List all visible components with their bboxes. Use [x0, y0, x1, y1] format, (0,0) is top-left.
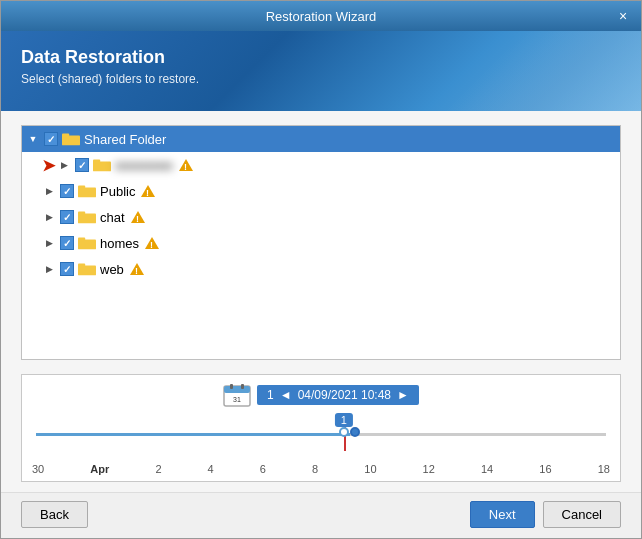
header-subtitle: Select (shared) folders to restore.: [21, 72, 621, 86]
timeline-thumb-right[interactable]: [350, 427, 360, 437]
svg-text:!: !: [184, 162, 187, 172]
checkbox-3[interactable]: [60, 236, 74, 250]
folder-icon-0: [93, 158, 111, 172]
label-2: 2: [155, 463, 161, 475]
warning-icon-1: !: [140, 184, 156, 198]
tree-label-2: chat: [100, 210, 125, 225]
svg-rect-24: [230, 384, 233, 389]
tree-row-2[interactable]: ▶ chat !: [22, 204, 620, 230]
svg-rect-7: [78, 186, 85, 190]
folder-icon-1: [78, 184, 96, 198]
label-30: 30: [32, 463, 44, 475]
tree-row-3[interactable]: ▶ homes !: [22, 230, 620, 256]
svg-rect-3: [93, 160, 100, 164]
checkbox-2[interactable]: [60, 210, 74, 224]
label-4: 4: [208, 463, 214, 475]
timeline-bar[interactable]: 1: [36, 415, 606, 461]
folder-tree: ▼ Shared Folder ➤ ▶: [21, 125, 621, 360]
restoration-wizard-window: Restoration Wizard × Data Restoration Se…: [0, 0, 642, 539]
timeline-area: 31 1 ◄ 04/09/2021 10:48 ► 1: [21, 374, 621, 482]
timeline-top: 31 1 ◄ 04/09/2021 10:48 ►: [32, 383, 610, 407]
svg-text:31: 31: [233, 396, 241, 403]
timeline-labels: 30 Apr 2 4 6 8 10 12 14 16 18: [32, 463, 610, 475]
label-8: 8: [312, 463, 318, 475]
arrow-indicator: ➤: [42, 156, 55, 175]
label-6: 6: [260, 463, 266, 475]
timeline-thumb-left[interactable]: [339, 427, 349, 437]
warning-icon-4: !: [129, 262, 145, 276]
expand-icon-1[interactable]: ▶: [42, 184, 56, 198]
folder-icon-root: [62, 132, 80, 146]
footer: Back Next Cancel: [1, 492, 641, 538]
svg-text:!: !: [150, 240, 153, 250]
svg-rect-19: [78, 264, 85, 268]
warning-icon-2: !: [130, 210, 146, 224]
back-button[interactable]: Back: [21, 501, 88, 528]
main-content: ▼ Shared Folder ➤ ▶: [1, 111, 641, 492]
nav-date: 04/09/2021 10:48: [298, 388, 391, 402]
warning-icon-3: !: [144, 236, 160, 250]
svg-text:!: !: [146, 188, 149, 198]
nav-num: 1: [267, 388, 274, 402]
checkbox-0[interactable]: [75, 158, 89, 172]
checkbox-1[interactable]: [60, 184, 74, 198]
header-title: Data Restoration: [21, 47, 621, 68]
calendar-icon[interactable]: 31: [223, 383, 251, 407]
label-14: 14: [481, 463, 493, 475]
footer-right: Next Cancel: [470, 501, 621, 528]
tree-row-1[interactable]: ▶ Public !: [22, 178, 620, 204]
date-nav[interactable]: 1 ◄ 04/09/2021 10:48 ►: [257, 385, 419, 405]
svg-rect-1: [62, 134, 69, 138]
timeline-bubble: 1: [335, 413, 353, 427]
expand-icon-2[interactable]: ▶: [42, 210, 56, 224]
expand-icon-3[interactable]: ▶: [42, 236, 56, 250]
titlebar: Restoration Wizard ×: [1, 1, 641, 31]
nav-next[interactable]: ►: [397, 388, 409, 402]
svg-text:!: !: [136, 214, 139, 224]
svg-rect-11: [78, 212, 85, 216]
tree-label-1: Public: [100, 184, 135, 199]
header-banner: Data Restoration Select (shared) folders…: [1, 31, 641, 111]
label-18: 18: [598, 463, 610, 475]
label-12: 12: [423, 463, 435, 475]
tree-label-3: homes: [100, 236, 139, 251]
tree-root-label: Shared Folder: [84, 132, 166, 147]
folder-icon-4: [78, 262, 96, 276]
label-16: 16: [539, 463, 551, 475]
label-apr: Apr: [90, 463, 109, 475]
checkbox-root[interactable]: [44, 132, 58, 146]
tree-row-4[interactable]: ▶ web !: [22, 256, 620, 282]
tree-label-4: web: [100, 262, 124, 277]
window-title: Restoration Wizard: [27, 9, 615, 24]
next-button[interactable]: Next: [470, 501, 535, 528]
expand-icon-0[interactable]: ▶: [57, 158, 71, 172]
checkbox-4[interactable]: [60, 262, 74, 276]
tree-root-row[interactable]: ▼ Shared Folder: [22, 126, 620, 152]
tree-row-0[interactable]: ➤ ▶ nnnnnnnn !: [22, 152, 620, 178]
tree-label-0: nnnnnnnn: [115, 158, 173, 173]
svg-rect-15: [78, 238, 85, 242]
label-10: 10: [364, 463, 376, 475]
cancel-button[interactable]: Cancel: [543, 501, 621, 528]
folder-icon-3: [78, 236, 96, 250]
close-button[interactable]: ×: [615, 8, 631, 24]
expand-icon-4[interactable]: ▶: [42, 262, 56, 276]
nav-prev[interactable]: ◄: [280, 388, 292, 402]
svg-rect-23: [224, 386, 250, 393]
warning-icon-0: !: [178, 158, 194, 172]
folder-icon-2: [78, 210, 96, 224]
svg-rect-25: [241, 384, 244, 389]
timeline-filled: [36, 433, 350, 436]
svg-text:!: !: [135, 266, 138, 276]
expand-icon-root[interactable]: ▼: [26, 132, 40, 146]
